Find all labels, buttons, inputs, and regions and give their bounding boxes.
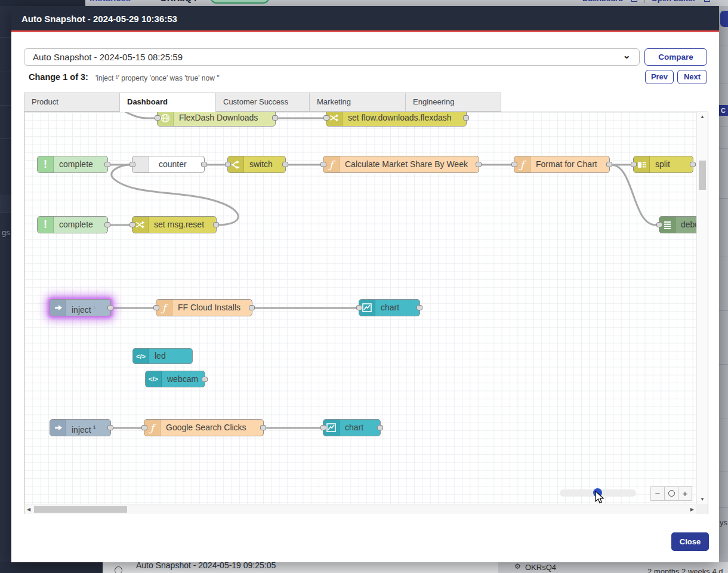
sidebar-corner (0, 0, 85, 6)
scrollbar-corner (696, 504, 708, 514)
snapshot-list-item[interactable]: Auto Snapshot - 2024-05-19 09:25:05 (136, 562, 276, 570)
scroll-up-icon[interactable]: ▲ (700, 114, 705, 119)
duration-label: 2 months 2 weeks 4 d (647, 567, 723, 573)
compare-button[interactable]: Compare (644, 48, 707, 66)
next-button[interactable]: Next (677, 70, 707, 84)
external-link-icon (704, 0, 710, 2)
zoom-reset-icon (668, 490, 675, 497)
exclamation-icon: ! (38, 156, 54, 172)
column-fragment: C (719, 105, 728, 116)
chevron-down-icon: ▾ (198, 0, 202, 2)
inject-icon (50, 420, 66, 436)
clock-icon (115, 566, 122, 573)
sidebar-item-fragment[interactable]: gs (2, 228, 10, 237)
flow-node-chart[interactable]: chart (323, 419, 381, 436)
flow-node-format-for-chart[interactable]: ƒ Format for Chart (514, 156, 610, 173)
vertical-scrollbar[interactable]: ▲ ▼ (696, 112, 708, 504)
change-detail: 'inject ¹' property 'once' was 'true' no… (95, 74, 220, 82)
flow-canvas: FlexDash Downloads set flow.downloads.fl… (24, 112, 708, 514)
flow-node-flexdash-downloads[interactable]: FlexDash Downloads (157, 112, 276, 127)
code-icon: </> (146, 371, 162, 387)
text-fragment: ys (720, 518, 727, 527)
scroll-left-icon[interactable]: ◀ (27, 507, 30, 512)
exclamation-icon: ! (38, 217, 54, 233)
workspace-label: OKRsQ4 (525, 563, 556, 572)
flow-node-complete[interactable]: ! complete (37, 216, 108, 233)
flow-node-debug[interactable]: debug (659, 216, 696, 233)
hidden-button-fragment (720, 11, 728, 27)
chevron-down-icon: ⌄ (623, 47, 631, 63)
tab-customer-success[interactable]: Customer Success (216, 93, 310, 112)
nav-workspace[interactable]: OKRsQ4 (160, 0, 197, 3)
change-counter: Change 1 of 3: (29, 72, 88, 82)
snapshot-select[interactable]: Auto Snapshot - 2024-05-15 08:25:59 ⌄ (24, 48, 640, 66)
nav-instances[interactable]: Instances (90, 0, 131, 3)
tab-product[interactable]: Product (24, 93, 120, 112)
flow-node-counter[interactable]: counter (132, 156, 205, 173)
left-sidebar: gs (0, 6, 11, 562)
horizontal-scrollbar[interactable]: ◀ ▶ (24, 504, 696, 514)
modal-title: Auto Snapshot - 2024-05-29 10:36:53 (21, 14, 177, 24)
close-button[interactable]: Close (671, 532, 709, 551)
tab-marketing[interactable]: Marketing (310, 93, 406, 112)
open-editor-link[interactable]: Open Editor (652, 0, 696, 3)
flow-node-set-flow-downloads[interactable]: set flow.downloads.flexdash (326, 112, 467, 127)
sidebar-bottom (0, 562, 103, 573)
zoom-in-button[interactable]: + (678, 486, 692, 501)
zoom-out-button[interactable]: − (650, 486, 665, 501)
external-link-icon (631, 0, 637, 2)
right-page-sliver: C ys (719, 6, 728, 562)
status-badge (210, 0, 270, 4)
tab-dashboard[interactable]: Dashboard (120, 93, 216, 112)
flow-node-inject-selected[interactable]: inject1 (50, 299, 111, 316)
flow-node-split[interactable]: split (633, 156, 693, 173)
flow-node-inject[interactable]: inject1 (50, 419, 111, 436)
mouse-cursor (595, 491, 607, 504)
zoom-controls: − + (651, 486, 692, 501)
zoom-reset-button[interactable] (664, 486, 678, 501)
prev-button[interactable]: Prev (645, 70, 674, 84)
vertical-scroll-thumb[interactable] (699, 161, 706, 190)
flow-node-switch[interactable]: switch (227, 156, 286, 173)
flow-node-chart[interactable]: chart (359, 299, 420, 316)
scroll-down-icon[interactable]: ▼ (700, 497, 705, 502)
flow-node-set-msg-reset[interactable]: set msg.reset (132, 216, 217, 233)
gear-icon: ⚙ (514, 562, 521, 571)
top-navbar: Instances OKRsQ4 ▾ Dashboard | Open Edit… (0, 0, 728, 6)
page-bottom-strip: Auto Snapshot - 2024-05-19 09:25:05 ⚙ OK… (0, 562, 728, 573)
flow-node-led[interactable]: </> led (132, 348, 193, 364)
scroll-right-icon[interactable]: ▶ (690, 507, 694, 512)
flow-node-ff-cloud-installs[interactable]: ƒ FF Cloud Installs (156, 299, 252, 316)
snapshot-modal: Auto Snapshot - 2024-05-29 10:36:53 Auto… (11, 6, 719, 562)
code-icon: </> (133, 349, 149, 363)
dashboard-link[interactable]: Dashboard (582, 0, 623, 3)
horizontal-scroll-thumb[interactable] (34, 506, 127, 513)
modal-header: Auto Snapshot - 2024-05-29 10:36:53 (11, 6, 719, 32)
flow-node-webcam[interactable]: </> webcam (145, 371, 205, 387)
flow-drawing-area[interactable]: FlexDash Downloads set flow.downloads.fl… (24, 112, 696, 504)
flow-node-calculate-market-share[interactable]: ƒ Calculate Market Share By Week (323, 156, 479, 173)
flow-tabs: Product Dashboard Customer Success Marke… (24, 93, 501, 112)
tab-engineering[interactable]: Engineering (406, 93, 501, 112)
flow-node-complete[interactable]: ! complete (37, 156, 108, 173)
flow-node-google-search-clicks[interactable]: ƒ Google Search Clicks (144, 419, 264, 436)
inject-icon (50, 300, 66, 316)
